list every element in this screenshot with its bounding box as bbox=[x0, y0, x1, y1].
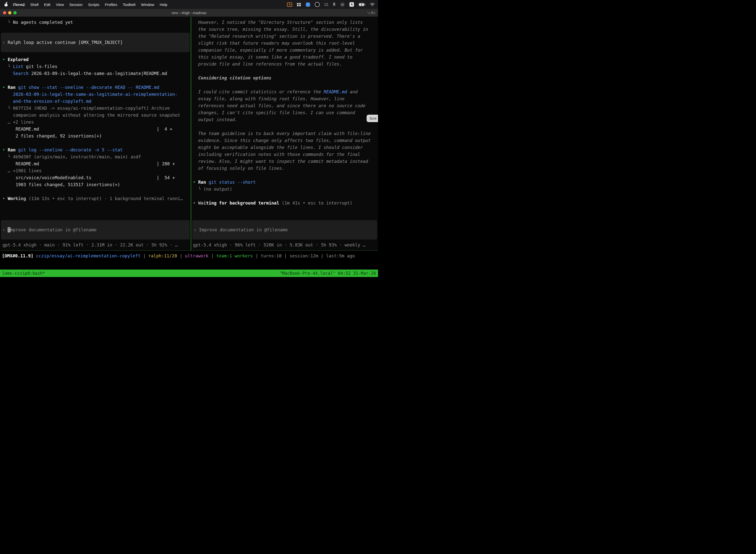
prompt-input-left[interactable]: › Improve documentation in @filename bbox=[1, 220, 190, 239]
text-segment: Explored bbox=[8, 57, 28, 62]
close-button[interactable] bbox=[3, 11, 6, 14]
terminal-line: and-the-erosion-of-copyleft.md bbox=[2, 98, 191, 105]
blue-app-icon[interactable] bbox=[306, 2, 310, 7]
text-segment: king bbox=[16, 196, 26, 201]
menu-edit[interactable]: Edit bbox=[41, 2, 53, 7]
text-segment: › bbox=[2, 227, 8, 232]
text-segment: … +1901 lines bbox=[2, 168, 42, 173]
screen-sharing-overlay[interactable]: Scre bbox=[367, 115, 378, 122]
dots-grid-icon[interactable] bbox=[324, 3, 328, 6]
text-segment: › bbox=[194, 227, 199, 232]
screen-recording-indicator-icon[interactable] bbox=[287, 2, 292, 7]
terminal-line: Search 2026-03-09-is-legal-the-same-as-l… bbox=[2, 70, 191, 77]
session-status-left: gpt-5.4 xhigh · main · 91% left · 2.31M … bbox=[0, 239, 191, 251]
terminal-line: … +1901 lines bbox=[2, 167, 191, 174]
apple-body bbox=[4, 3, 8, 6]
text-segment: | bbox=[281, 254, 290, 258]
text-segment: ultrawork bbox=[185, 254, 208, 258]
text-segment: Wai bbox=[198, 201, 206, 206]
session-status-right: gpt-5.4 xhigh · 96% left · 520K in · 5.8… bbox=[191, 239, 378, 251]
terminal-line: • Ran git log --oneline --decorate -n 5 … bbox=[2, 147, 191, 153]
zoom-button[interactable] bbox=[13, 11, 17, 14]
menu-profiles[interactable]: Profiles bbox=[102, 2, 120, 7]
text-segment: List bbox=[13, 64, 23, 69]
text-segment: • bbox=[2, 57, 8, 62]
input-source-icon[interactable]: A bbox=[350, 2, 354, 7]
pane-spacer bbox=[191, 207, 378, 220]
menu-window[interactable]: Window bbox=[138, 2, 157, 7]
terminal-line bbox=[193, 81, 378, 88]
menu-scripts[interactable]: Scripts bbox=[85, 2, 102, 7]
menu-bar-status-items: 8 .61 A bbox=[287, 2, 375, 7]
text-segment: └ bbox=[2, 154, 13, 159]
terminal-line: slight risk that future readers may over… bbox=[193, 40, 378, 47]
terminal-pane-right[interactable]: However, I noticed the "Directory Struct… bbox=[191, 17, 378, 251]
text-segment: and bbox=[347, 89, 358, 94]
terminal-line: review. Also, I might want to inspect th… bbox=[193, 158, 378, 165]
terminal-line: └ 4b9d30f (origin/main, instructkr/main,… bbox=[2, 153, 191, 160]
gauge-icon[interactable]: .61 bbox=[340, 2, 345, 7]
wifi-icon[interactable] bbox=[370, 3, 375, 6]
text-segment: mprove documentation in @filename bbox=[10, 227, 97, 232]
terminal-line: this single essay, it seems like a good … bbox=[193, 54, 378, 61]
text-segment: src/voice/voiceModeEnabled.ts | 54 + bbox=[2, 175, 175, 180]
prompt-input-right[interactable]: › Improve documentation in @filename bbox=[192, 220, 377, 239]
text-segment: evidence. Since this change only affects… bbox=[193, 138, 371, 143]
terminal-line bbox=[2, 140, 191, 147]
terminal-line: 2 files changed, 92 insertions(+) bbox=[2, 132, 191, 140]
text-segment: review. Also, I might want to inspect th… bbox=[193, 159, 368, 164]
text-segment: └ bbox=[2, 64, 13, 69]
apple-menu-icon[interactable] bbox=[4, 2, 8, 6]
terminal-line bbox=[193, 192, 378, 200]
text-segment: the "Related research writing" section i… bbox=[193, 34, 360, 39]
terminal-line: the source tree, missing the essay. Stil… bbox=[193, 26, 378, 33]
terminal-line: … +2 lines bbox=[2, 119, 191, 126]
text-segment: session:12m bbox=[290, 254, 318, 258]
menu-help[interactable]: Help bbox=[157, 2, 170, 7]
text-segment: git show --stat --oneline --decorate HEA… bbox=[16, 85, 159, 90]
terminal-line bbox=[193, 123, 378, 130]
terminal-line: companion analysis without altering the … bbox=[2, 112, 191, 119]
battery-charging-icon[interactable] bbox=[359, 3, 365, 6]
text-segment: (11m 13s • esc to interrupt) · 1 backgro… bbox=[26, 196, 183, 201]
text-segment: the source tree, missing the essay. Stil… bbox=[193, 27, 368, 32]
minimize-button[interactable] bbox=[8, 11, 11, 14]
text-segment: Ralph loop active continue [OMX_TMUX_INJ… bbox=[8, 40, 123, 45]
text-segment: and-the-erosion-of-copyleft.md bbox=[2, 99, 91, 104]
text-segment: › bbox=[2, 40, 8, 45]
text-segment: README.md bbox=[324, 89, 347, 94]
grid-icon[interactable] bbox=[297, 3, 301, 6]
menu-session[interactable]: Session bbox=[67, 2, 85, 7]
menu-view[interactable]: View bbox=[53, 2, 66, 7]
text-segment: Ran bbox=[198, 180, 206, 185]
terminal-pane-left[interactable]: └ No agents completed yet › Ralph loop a… bbox=[0, 17, 191, 251]
text-segment: • bbox=[2, 148, 8, 152]
dark-app-icon[interactable] bbox=[315, 2, 320, 7]
pane-spacer bbox=[0, 202, 191, 220]
terminal-line: evidence. Since this change only affects… bbox=[193, 137, 378, 144]
text-segment: git ls-files bbox=[23, 64, 57, 69]
terminal-line: The team guideline is to back every impo… bbox=[193, 130, 378, 137]
text-segment: | bbox=[208, 254, 216, 258]
text-segment: Improve documentation in @filename bbox=[199, 227, 288, 232]
terminal-line: provide file and line references from th… bbox=[193, 61, 378, 67]
text-segment: changes, I can't cite specific file line… bbox=[193, 110, 355, 115]
menu-iterm2[interactable]: iTerm2 bbox=[10, 2, 27, 7]
menu-toolbelt[interactable]: Toolbelt bbox=[120, 2, 138, 7]
text-segment: cczip/essay/ai-reimplementation-copyleft bbox=[36, 254, 140, 258]
text-segment: of focusing solely on file lines. bbox=[193, 166, 285, 171]
omx-status-bar: [OMX#0.11.9] cczip/essay/ai-reimplementa… bbox=[0, 251, 378, 261]
terminal-line: essay file, along with finding root file… bbox=[193, 95, 378, 102]
figure-eight-icon[interactable]: 8 bbox=[333, 3, 335, 6]
text-segment: (1m 41s • esc to interrupt) bbox=[279, 201, 353, 206]
terminal-line: README.md | 4 + bbox=[2, 126, 191, 132]
text-segment: └ bbox=[2, 106, 13, 111]
text-segment: 2026-03-09-is-legal-the-same-as-legitima… bbox=[28, 71, 167, 76]
menu-shell[interactable]: Shell bbox=[27, 2, 41, 7]
terminal-line: • Waiting for background terminal (1m 41… bbox=[193, 200, 378, 207]
text-segment: Ran bbox=[8, 85, 16, 90]
text-segment: Wor bbox=[8, 196, 16, 201]
text-segment: I could cite commit statistics or refere… bbox=[193, 89, 324, 94]
text-segment: • bbox=[2, 196, 8, 201]
tmux-session-label[interactable]: [omx-cczip0:bash* bbox=[2, 271, 45, 276]
